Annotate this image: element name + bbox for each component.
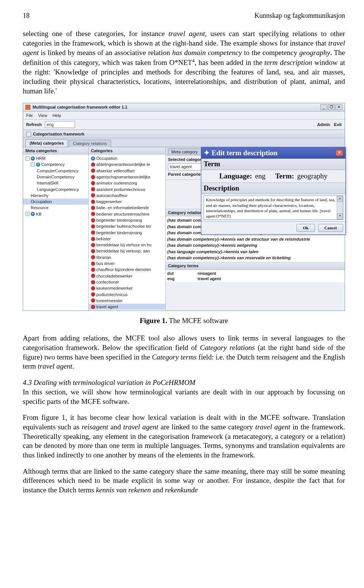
category-item[interactable]: bediener structureermachine bbox=[89, 211, 165, 217]
exit-button[interactable]: Exit bbox=[334, 122, 342, 127]
scroll-down-icon[interactable]: ▼ bbox=[337, 213, 343, 219]
dot-icon bbox=[91, 200, 95, 204]
collapse-icon[interactable]: − bbox=[31, 162, 35, 167]
category-item[interactable]: animator ouderenzorg bbox=[89, 180, 165, 186]
dot-icon bbox=[91, 162, 95, 167]
category-item[interactable]: assistent podiumtechnicus bbox=[89, 186, 165, 192]
menu-view[interactable]: View bbox=[38, 113, 47, 118]
category-item[interactable]: zaalmedewerker bbox=[89, 310, 165, 310]
language-input[interactable]: eng bbox=[45, 121, 75, 128]
category-item[interactable]: begeleider kinderopvang bbox=[89, 230, 165, 236]
dot-icon bbox=[91, 268, 95, 272]
category-item[interactable]: bemiddelaar bij verkoop, aan bbox=[89, 248, 165, 254]
figure-caption: Figure 1. The MCFE software bbox=[23, 316, 345, 326]
main-tabs: (Meta) categories Category relations bbox=[23, 138, 345, 147]
menu-file[interactable]: File bbox=[26, 113, 33, 118]
body-paragraph-1: selecting one of these categories, for i… bbox=[23, 29, 345, 96]
col-header-categories: Categories bbox=[89, 147, 165, 154]
dot-icon bbox=[91, 218, 95, 222]
menubar: File View Help bbox=[23, 112, 345, 120]
panel-title: Categorisation framework bbox=[23, 130, 345, 138]
dot-icon bbox=[91, 298, 95, 303]
description-textarea[interactable]: Knowledge of principles and methods for … bbox=[204, 195, 343, 220]
dot-icon bbox=[91, 237, 95, 241]
expand-icon[interactable]: + bbox=[25, 212, 30, 216]
category-item[interactable]: +Occupation bbox=[89, 155, 165, 161]
body-paragraph-3: In this section, we will show how termin… bbox=[23, 388, 345, 406]
category-item[interactable]: librarian bbox=[89, 254, 165, 260]
category-item[interactable]: begeleider kinderopvang bbox=[89, 217, 165, 223]
dot-icon bbox=[91, 255, 95, 259]
tab-meta-categories[interactable]: (Meta) categories bbox=[25, 139, 68, 147]
toolbar: Refresh eng Admin Exit bbox=[23, 120, 345, 130]
minimize-icon[interactable]: ‗ bbox=[320, 104, 327, 110]
dot-icon bbox=[91, 230, 95, 235]
term-section-header: Term bbox=[201, 159, 345, 170]
category-item[interactable]: chocoladebewerker bbox=[89, 273, 165, 279]
window-title: Multilingual categorisation framework ed… bbox=[33, 104, 127, 110]
category-item[interactable]: bus driver bbox=[89, 260, 165, 266]
body-paragraph-4: From figure 1, it has become clear how l… bbox=[23, 413, 345, 460]
admin-button[interactable]: Admin bbox=[317, 122, 330, 127]
col-header-meta: Meta categories bbox=[23, 147, 88, 154]
meta-categories-tree[interactable]: −+HRM −+Competency ComputerCompetency Do… bbox=[23, 154, 88, 311]
relation-item[interactable]: (has language competency)->kennis van ta… bbox=[167, 249, 343, 255]
dot-icon bbox=[91, 212, 95, 216]
figure-1-screenshot: Multilingual categorisation framework ed… bbox=[23, 103, 345, 311]
dot-icon bbox=[91, 181, 95, 185]
category-terms-header: Category terms bbox=[166, 262, 345, 270]
subsection-heading: 4.3 Dealing with terminological variatio… bbox=[23, 378, 345, 388]
dot-icon bbox=[91, 187, 95, 191]
panel-icon bbox=[26, 132, 31, 137]
relation-item[interactable]: (has domain competency)->kennis van de s… bbox=[167, 236, 343, 243]
category-item[interactable]: balie- en informatiebediende bbox=[89, 205, 165, 211]
dot-icon bbox=[91, 243, 95, 247]
close-icon[interactable]: ✕ bbox=[336, 150, 343, 156]
category-item[interactable]: toneelmeester bbox=[89, 298, 165, 304]
category-item[interactable]: travel agent bbox=[89, 304, 165, 310]
description-section-header: Description bbox=[201, 183, 345, 194]
maximize-icon[interactable]: ❐ bbox=[328, 104, 335, 110]
page-header: 18 Kunnskap og fagkommunikasjon bbox=[23, 11, 345, 20]
dot-icon bbox=[91, 249, 95, 253]
dot-icon bbox=[91, 262, 95, 266]
category-item[interactable]: bemiddelaar bij verhuur en hu bbox=[89, 242, 165, 248]
edit-term-dialog: ✦ Edit term description ✕ Term Language:… bbox=[201, 147, 346, 235]
category-item[interactable]: chauffeur bijzondere diensten bbox=[89, 266, 165, 273]
categories-list[interactable]: +Occupationafdelingsverantwoordelijke te… bbox=[89, 154, 165, 311]
dialog-title: Edit term description bbox=[212, 148, 278, 158]
body-paragraph-5: Although terms that are linked to the sa… bbox=[23, 467, 345, 495]
plus-icon: + bbox=[31, 156, 35, 161]
category-item[interactable]: keukenmedewerker bbox=[89, 285, 165, 291]
dot-icon bbox=[91, 280, 95, 284]
close-window-icon[interactable]: ✕ bbox=[336, 104, 342, 110]
category-item[interactable]: afdelingsverantwoordelijke te bbox=[89, 161, 165, 167]
dialog-icon: ✦ bbox=[204, 148, 210, 158]
collapse-icon[interactable]: − bbox=[25, 156, 30, 161]
category-item[interactable]: afwerker vellenoffset bbox=[89, 168, 165, 174]
dot-icon bbox=[91, 292, 95, 296]
category-item[interactable]: baggerwerker bbox=[89, 199, 165, 205]
tab-meta-category[interactable]: Meta category bbox=[168, 148, 201, 155]
category-item[interactable]: begeleider buitenschoolse kin bbox=[89, 223, 165, 229]
running-title: Kunnskap og fagkommunikasjon bbox=[254, 11, 345, 20]
body-paragraph-2: Apart from adding relations, the MCFE to… bbox=[23, 334, 345, 371]
refresh-button[interactable]: Refresh bbox=[26, 122, 42, 127]
scroll-up-icon[interactable]: ▲ bbox=[337, 196, 343, 202]
dot-icon bbox=[91, 224, 95, 229]
tab-category-relations[interactable]: Category relations bbox=[69, 140, 111, 147]
cancel-button[interactable]: Cancel bbox=[318, 224, 343, 232]
dot-icon bbox=[91, 169, 95, 173]
scrollbar[interactable]: ▲ ▼ bbox=[337, 196, 343, 219]
category-item[interactable]: bekister bbox=[89, 236, 165, 242]
category-item[interactable]: confectioner bbox=[89, 279, 165, 285]
category-item[interactable]: agentschapverantwoordelijke bbox=[89, 174, 165, 180]
menu-help[interactable]: Help bbox=[52, 113, 61, 118]
ok-button[interactable]: Ok bbox=[297, 224, 315, 232]
relation-item[interactable]: (has domain competency)->kennis van rese… bbox=[167, 255, 343, 261]
dot-icon bbox=[91, 175, 95, 179]
category-item[interactable]: podiumtechnicus bbox=[89, 292, 165, 298]
category-item[interactable]: autocarchauffeur bbox=[89, 192, 165, 199]
category-terms-grid[interactable]: dutreisagent engtravel agent bbox=[166, 270, 345, 282]
relation-item[interactable]: (has domain competency)->kennis wetgevin… bbox=[167, 242, 343, 249]
